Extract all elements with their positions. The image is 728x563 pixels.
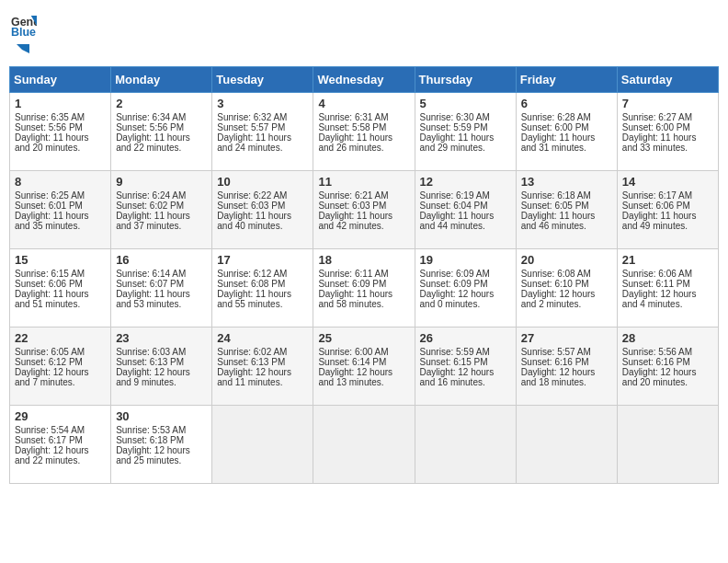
calendar-cell: 26Sunrise: 5:59 AMSunset: 6:15 PMDayligh… — [415, 327, 516, 406]
sunset-text: Sunset: 5:56 PM — [15, 122, 83, 132]
calendar-cell — [516, 406, 617, 484]
sunrise-text: Sunrise: 6:21 AM — [318, 190, 388, 201]
day-number: 4 — [318, 97, 409, 110]
daylight-text: Daylight: 11 hours and 24 minutes. — [217, 132, 291, 153]
day-number: 15 — [15, 253, 106, 267]
daylight-text: Daylight: 11 hours and 49 minutes. — [622, 211, 697, 231]
sunrise-text: Sunrise: 6:19 AM — [420, 190, 490, 201]
calendar-cell: 27Sunrise: 5:57 AMSunset: 6:16 PMDayligh… — [516, 327, 617, 406]
col-sunday: Sunday — [10, 67, 111, 93]
calendar-cell — [313, 406, 415, 484]
col-thursday: Thursday — [415, 67, 516, 93]
calendar-cell: 5Sunrise: 6:30 AMSunset: 5:59 PMDaylight… — [415, 93, 516, 171]
calendar-week-row-4: 22Sunrise: 6:05 AMSunset: 6:12 PMDayligh… — [10, 327, 719, 406]
calendar-cell: 24Sunrise: 6:02 AMSunset: 6:13 PMDayligh… — [212, 327, 313, 406]
daylight-text: Daylight: 11 hours and 31 minutes. — [521, 132, 596, 153]
calendar-cell: 8Sunrise: 6:25 AMSunset: 6:01 PMDaylight… — [10, 171, 111, 249]
calendar-cell — [212, 406, 313, 484]
sunrise-text: Sunrise: 6:22 AM — [217, 190, 287, 201]
logo-icon: General Blue — [11, 13, 37, 39]
sunrise-text: Sunrise: 6:32 AM — [217, 112, 287, 122]
calendar-body: 1Sunrise: 6:35 AMSunset: 5:56 PMDaylight… — [10, 93, 719, 484]
day-number: 9 — [116, 175, 207, 189]
sunrise-text: Sunrise: 6:17 AM — [622, 190, 692, 201]
sunset-text: Sunset: 6:10 PM — [521, 279, 589, 289]
sunset-text: Sunset: 6:11 PM — [622, 279, 690, 289]
daylight-text: Daylight: 11 hours and 53 minutes. — [116, 289, 190, 309]
daylight-text: Daylight: 11 hours and 20 minutes. — [15, 132, 89, 153]
sunset-text: Sunset: 6:03 PM — [217, 201, 285, 211]
sunrise-text: Sunrise: 6:30 AM — [420, 112, 490, 122]
daylight-text: Daylight: 11 hours and 33 minutes. — [622, 132, 697, 153]
daylight-text: Daylight: 12 hours and 20 minutes. — [622, 367, 697, 387]
daylight-text: Daylight: 11 hours and 46 minutes. — [521, 211, 596, 231]
day-number: 19 — [420, 253, 511, 267]
calendar-header-row: Sunday Monday Tuesday Wednesday Thursday… — [10, 67, 719, 93]
sunset-text: Sunset: 6:02 PM — [116, 201, 184, 211]
calendar-cell: 21Sunrise: 6:06 AMSunset: 6:11 PMDayligh… — [617, 249, 718, 327]
day-number: 22 — [15, 331, 106, 345]
sunrise-text: Sunrise: 6:06 AM — [622, 269, 692, 279]
daylight-text: Daylight: 11 hours and 37 minutes. — [116, 211, 190, 231]
calendar-cell: 10Sunrise: 6:22 AMSunset: 6:03 PMDayligh… — [212, 171, 313, 249]
sunrise-text: Sunrise: 6:28 AM — [521, 112, 591, 122]
calendar-cell: 16Sunrise: 6:14 AMSunset: 6:07 PMDayligh… — [111, 249, 212, 327]
calendar-cell: 1Sunrise: 6:35 AMSunset: 5:56 PMDaylight… — [10, 93, 111, 171]
logo: General Blue — [9, 13, 37, 59]
sunset-text: Sunset: 6:04 PM — [420, 201, 488, 211]
sunset-text: Sunset: 6:13 PM — [217, 357, 285, 367]
daylight-text: Daylight: 11 hours and 51 minutes. — [15, 289, 89, 309]
day-number: 1 — [15, 97, 106, 110]
svg-text:Blue: Blue — [11, 26, 36, 39]
day-number: 3 — [217, 97, 308, 110]
calendar-cell: 14Sunrise: 6:17 AMSunset: 6:06 PMDayligh… — [617, 171, 718, 249]
sunset-text: Sunset: 5:56 PM — [116, 122, 184, 132]
sunset-text: Sunset: 6:16 PM — [622, 357, 690, 367]
calendar-cell: 30Sunrise: 5:53 AMSunset: 6:18 PMDayligh… — [111, 406, 212, 484]
sunrise-text: Sunrise: 6:35 AM — [15, 112, 85, 122]
calendar-cell: 7Sunrise: 6:27 AMSunset: 6:00 PMDaylight… — [617, 93, 718, 171]
day-number: 17 — [217, 253, 308, 267]
day-number: 20 — [521, 253, 612, 267]
day-number: 30 — [116, 409, 207, 423]
day-number: 23 — [116, 331, 207, 345]
calendar-table: Sunday Monday Tuesday Wednesday Thursday… — [9, 66, 719, 484]
daylight-text: Daylight: 11 hours and 29 minutes. — [420, 132, 495, 153]
day-number: 12 — [420, 175, 511, 189]
sunset-text: Sunset: 6:08 PM — [217, 279, 285, 289]
sunrise-text: Sunrise: 5:54 AM — [15, 425, 85, 435]
day-number: 5 — [420, 97, 511, 110]
calendar-cell: 28Sunrise: 5:56 AMSunset: 6:16 PMDayligh… — [617, 327, 718, 406]
sunset-text: Sunset: 6:09 PM — [420, 279, 488, 289]
col-monday: Monday — [111, 67, 212, 93]
calendar-cell: 4Sunrise: 6:31 AMSunset: 5:58 PMDaylight… — [313, 93, 415, 171]
sunrise-text: Sunrise: 6:15 AM — [15, 269, 85, 279]
calendar-cell — [617, 406, 718, 484]
day-number: 2 — [116, 97, 207, 110]
calendar-cell: 25Sunrise: 6:00 AMSunset: 6:14 PMDayligh… — [313, 327, 415, 406]
calendar-cell: 15Sunrise: 6:15 AMSunset: 6:06 PMDayligh… — [10, 249, 111, 327]
sunset-text: Sunset: 6:13 PM — [116, 357, 184, 367]
sunrise-text: Sunrise: 6:11 AM — [318, 269, 388, 279]
calendar-cell: 18Sunrise: 6:11 AMSunset: 6:09 PMDayligh… — [313, 249, 415, 327]
sunrise-text: Sunrise: 5:59 AM — [420, 347, 490, 357]
day-number: 14 — [622, 175, 713, 189]
day-number: 13 — [521, 175, 612, 189]
daylight-text: Daylight: 12 hours and 2 minutes. — [521, 289, 596, 309]
day-number: 6 — [521, 97, 612, 110]
daylight-text: Daylight: 12 hours and 18 minutes. — [521, 367, 596, 387]
sunrise-text: Sunrise: 6:14 AM — [116, 269, 186, 279]
sunset-text: Sunset: 6:01 PM — [15, 201, 83, 211]
calendar-cell: 20Sunrise: 6:08 AMSunset: 6:10 PMDayligh… — [516, 249, 617, 327]
sunrise-text: Sunrise: 6:02 AM — [217, 347, 287, 357]
sunrise-text: Sunrise: 6:18 AM — [521, 190, 591, 201]
daylight-text: Daylight: 12 hours and 22 minutes. — [15, 445, 89, 465]
day-number: 11 — [318, 175, 409, 189]
calendar-cell: 22Sunrise: 6:05 AMSunset: 6:12 PMDayligh… — [10, 327, 111, 406]
sunrise-text: Sunrise: 6:08 AM — [521, 269, 591, 279]
calendar-week-row-1: 1Sunrise: 6:35 AMSunset: 5:56 PMDaylight… — [10, 93, 719, 171]
day-number: 18 — [318, 253, 409, 267]
sunset-text: Sunset: 5:57 PM — [217, 122, 285, 132]
header: General Blue — [9, 9, 719, 59]
sunrise-text: Sunrise: 6:34 AM — [116, 112, 186, 122]
